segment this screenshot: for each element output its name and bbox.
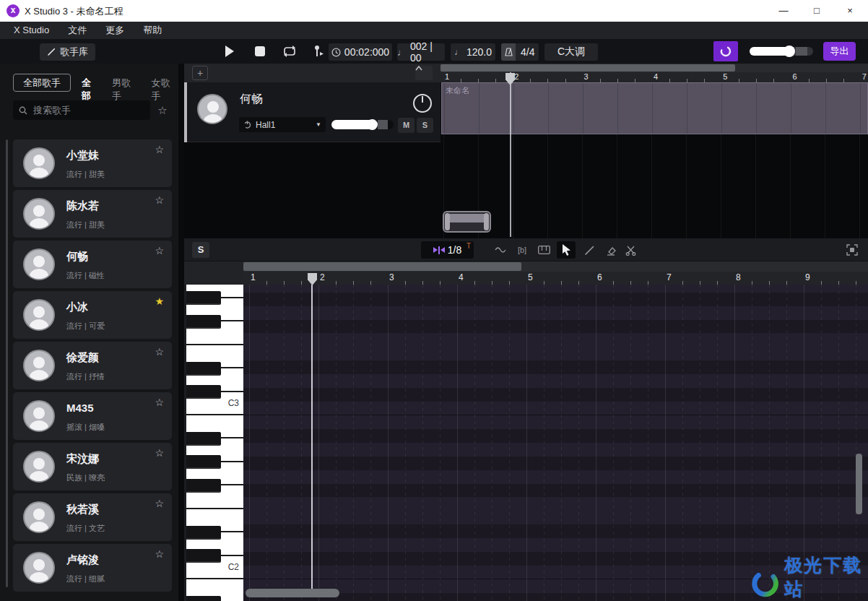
singer-search-input[interactable] [32, 104, 133, 116]
star-icon[interactable]: ☆ [155, 447, 164, 459]
flat-toggle[interactable]: [b] [513, 241, 531, 259]
piano-roll-h-scroll-thumb[interactable] [243, 262, 521, 271]
tempo-display[interactable]: ♩ 120.0 [451, 43, 495, 61]
snap-setting[interactable]: 1/8 T [421, 241, 474, 259]
volume-thumb[interactable] [784, 46, 795, 57]
star-icon[interactable]: ☆ [155, 548, 164, 560]
piano-key-black[interactable] [186, 596, 221, 601]
singer-card[interactable]: 小堂妹 流行 | 甜美 ☆ [13, 139, 172, 187]
star-icon[interactable]: ☆ [155, 194, 164, 206]
piano-key-black[interactable] [186, 315, 221, 329]
piano-roll-right-scrollbar[interactable] [856, 454, 862, 514]
wave-icon [495, 246, 506, 254]
timeline-scrollbar-thumb[interactable] [440, 64, 735, 72]
dropdown-arrow-icon: ▼ [316, 121, 321, 128]
menu-item[interactable]: 帮助 [134, 22, 171, 39]
arrange-ruler[interactable]: 1234567 [440, 72, 868, 82]
play-button[interactable] [219, 43, 240, 60]
singer-card[interactable]: 何畅 流行 | 磁性 ☆ [13, 241, 172, 288]
beat-display[interactable]: ♩ 002 | 00 [397, 43, 445, 61]
singer-tab[interactable]: 女歌手 [152, 77, 179, 103]
singer-tab[interactable]: 男歌手 [112, 77, 139, 103]
piano-key-black[interactable] [186, 362, 221, 376]
singer-card[interactable]: 小冰 流行 | 可爱 ★ [13, 291, 172, 339]
singer-library-button[interactable]: 歌手库 [40, 43, 95, 61]
scissors-tool[interactable] [622, 241, 641, 259]
singer-card[interactable]: 徐爱颜 流行 | 抒情 ☆ [13, 342, 172, 389]
time-signature-display[interactable]: 4/4 [501, 43, 539, 61]
triplet-toggle[interactable]: T [466, 242, 471, 250]
collapse-tracks-button[interactable] [415, 66, 433, 80]
solo-button[interactable]: S [417, 118, 433, 133]
power-icon[interactable] [243, 121, 251, 129]
singer-card[interactable]: 卢铭浚 流行 | 细腻 ☆ [13, 544, 172, 592]
piano-key-black[interactable] [186, 526, 221, 540]
singer-card[interactable]: M435 摇滚 | 烟嗓 ☆ [13, 392, 172, 440]
add-track-button[interactable]: + [192, 66, 208, 80]
loop-button[interactable] [279, 43, 300, 60]
piano-key-black[interactable] [186, 549, 221, 563]
track-volume-thumb[interactable] [367, 119, 378, 130]
singer-search-box[interactable] [13, 100, 150, 120]
stop-button[interactable] [249, 43, 271, 60]
star-icon[interactable]: ☆ [155, 397, 164, 408]
piano-roll-h-scroll-top[interactable] [243, 261, 868, 272]
all-singers-filter-button[interactable]: 全部歌手 [13, 74, 71, 92]
vocal-clip[interactable]: 未命名 [441, 82, 868, 134]
eraser-tool[interactable] [602, 241, 620, 259]
piano-roll-solo-button[interactable]: S [192, 242, 209, 258]
menu-item[interactable]: X Studio [4, 22, 58, 39]
singer-tab[interactable]: 全部 [82, 77, 100, 103]
track-volume-slider[interactable] [331, 120, 394, 129]
star-icon[interactable]: ☆ [155, 245, 164, 256]
arrange-grid[interactable] [440, 134, 868, 238]
pitch-curve-tool[interactable] [491, 241, 510, 259]
menu-item[interactable]: 更多 [96, 22, 134, 39]
mute-button[interactable]: M [398, 118, 415, 133]
sidebar-scrollbar[interactable] [6, 139, 8, 587]
navigator-left-handle[interactable] [445, 213, 450, 230]
star-icon[interactable]: ☆ [155, 144, 164, 155]
marker-button[interactable] [308, 43, 329, 60]
maximize-button[interactable]: □ [800, 0, 833, 22]
render-mode-button[interactable] [713, 41, 738, 61]
piano-key-black[interactable] [186, 455, 221, 469]
key-display[interactable]: C大调 [544, 43, 598, 61]
master-volume-slider[interactable] [750, 47, 813, 56]
track-singer-avatar[interactable] [197, 94, 227, 124]
note-grid[interactable]: 极光下载站 www.xz7.com [243, 285, 868, 601]
piano-roll-ruler[interactable]: 123456789 [243, 272, 868, 285]
pan-knob[interactable] [413, 94, 432, 113]
piano-key-black[interactable] [186, 432, 221, 446]
piano-key-black[interactable] [186, 479, 221, 493]
menu-item[interactable]: 文件 [58, 22, 96, 39]
pencil-tool[interactable] [580, 241, 599, 259]
vocal-track-row[interactable]: 何畅 Hall1 ▼ M S [184, 82, 440, 142]
star-icon[interactable]: ☆ [155, 346, 164, 358]
singer-card[interactable]: 宋汶娜 民族 | 嘹亮 ☆ [13, 443, 172, 490]
export-button[interactable]: 导出 [823, 42, 856, 61]
piano-key-black[interactable] [186, 291, 221, 305]
time-display[interactable]: 00:02:000 [329, 43, 392, 61]
title-bar[interactable]: x X Studio 3 - 未命名工程 — □ × [0, 0, 868, 22]
star-icon[interactable]: ★ [155, 295, 164, 307]
pointer-tool[interactable] [557, 241, 576, 259]
piano-keys[interactable]: C3C2 [186, 285, 243, 601]
keyboard-toggle[interactable] [534, 241, 553, 259]
singer-avatar [23, 501, 55, 533]
piano-key-black[interactable] [186, 385, 221, 399]
singer-card[interactable]: 秋若溪 流行 | 文艺 ☆ [13, 493, 172, 541]
fit-view-button[interactable] [843, 241, 862, 259]
zoom-navigator[interactable] [443, 211, 491, 233]
reverb-preset-dropdown[interactable]: Hall1 ▼ [239, 117, 326, 132]
minimize-button[interactable]: — [767, 0, 800, 22]
close-button[interactable]: × [833, 0, 867, 22]
timeline-scrollbar[interactable] [440, 64, 868, 72]
navigator-range[interactable] [447, 214, 487, 222]
navigator-right-handle[interactable] [484, 213, 489, 230]
singer-card[interactable]: 陈水若 流行 | 甜美 ☆ [13, 190, 172, 238]
piano-roll-playhead-marker[interactable] [308, 273, 317, 285]
favorites-filter-button[interactable]: ☆ [153, 101, 172, 120]
piano-roll-bottom-scrollbar[interactable] [246, 589, 339, 597]
star-icon[interactable]: ☆ [155, 498, 164, 509]
